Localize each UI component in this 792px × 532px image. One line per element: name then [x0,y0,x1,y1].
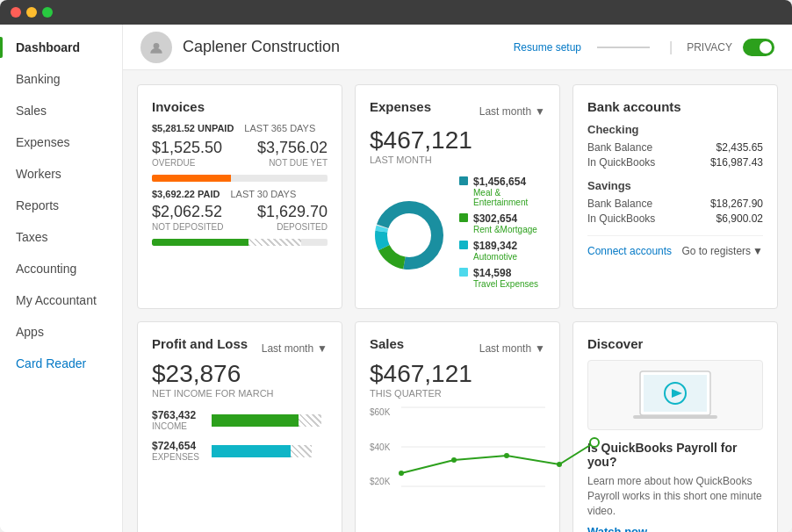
maximize-button[interactable] [42,7,53,18]
svg-point-0 [154,43,160,49]
income-bar-track [212,414,328,427]
legend-dot-rent [459,213,468,222]
sidebar-item-sales[interactable]: Sales [0,95,122,126]
deposited-label: DEPOSITED [257,222,328,232]
go-to-registers-link[interactable]: Go to registers ▼ [681,245,763,257]
savings-bank-balance-amount: $18,267.90 [710,198,763,210]
pnl-title: Profit and Loss [152,336,248,351]
savings-bank-balance-row: Bank Balance $18,267.90 [587,198,763,210]
legend-item-auto: $189,342 Automotive [459,240,545,262]
legend-item-meal: $1,456,654 Meal & Entertainment [459,176,545,207]
bank-footer: Connect accounts Go to registers ▼ [587,235,763,257]
overdue-label: OVERDUE [152,158,222,168]
sidebar-item-reports[interactable]: Reports [0,190,122,221]
invoices-paid-row: $3,692.22 PAID LAST 30 DAYS [152,189,328,199]
legend-dot-travel [459,268,468,277]
bank-accounts-title: Bank accounts [587,99,763,114]
discover-text: Learn more about how QuickBooks Payroll … [587,474,763,518]
expenses-card: Expenses Last month ▼ $467,121 LAST MONT… [355,84,560,309]
sales-header: Sales Last month ▼ [370,336,545,360]
close-button[interactable] [11,7,21,18]
svg-point-9 [399,471,404,476]
deposited-progress-bar [152,239,328,246]
discover-card-title: Is QuickBooks Payroll for you? [587,441,763,469]
connect-accounts-link[interactable]: Connect accounts [587,245,672,257]
chevron-down-icon: ▼ [752,245,763,257]
expenses-donut-section: $1,456,654 Meal & Entertainment $302,654… [370,176,545,294]
company-icon [140,32,172,63]
deposited-bar-fill [152,239,248,246]
checking-qb-label: In QuickBooks [587,156,655,169]
sales-period-selector[interactable]: Last month ▼ [479,342,545,355]
not-deposited-amount: $2,062.52 [152,203,224,221]
expenses-title: Expenses [370,99,431,114]
sidebar-item-taxes[interactable]: Taxes [0,221,122,253]
sidebar: Dashboard Banking Sales Expenses Workers… [0,25,123,532]
svg-rect-18 [633,415,717,419]
checking-bank-balance-amount: $2,435.65 [716,141,763,154]
invoices-title: Invoices [152,99,328,114]
watch-now-link[interactable]: Watch now [587,525,763,532]
checking-section: Checking Bank Balance $2,435.65 In Quick… [587,123,763,169]
privacy-label: PRIVACY [687,41,732,54]
invoices-unpaid-row: $5,281.52 UNPAID LAST 365 DAYS [152,123,328,133]
privacy-toggle[interactable] [743,39,774,56]
sidebar-item-banking[interactable]: Banking [0,63,122,95]
sidebar-item-card-reader[interactable]: Card Reader [0,348,122,379]
profit-loss-card: Profit and Loss Last month ▼ $23,876 NET… [137,321,342,532]
income-bar-hatch [299,414,321,427]
expenses-header: Expenses Last month ▼ [370,99,545,123]
sidebar-item-expenses[interactable]: Expenses [0,126,122,158]
paid-amount: $3,692.22 PAID [152,189,220,199]
checking-qb-amount: $16,987.43 [710,156,763,169]
sales-card: Sales Last month ▼ $467,121 THIS QUARTER… [355,321,560,532]
expenses-bar-row: $724,654 EXPENSES [152,440,328,462]
legend-item-rent: $302,654 Rent &Mortgage [459,212,545,234]
unpaid-amount: $5,281.52 UNPAID [152,123,234,133]
sales-title: Sales [370,336,404,351]
overdue-progress-bar [152,175,328,182]
pnl-header: Profit and Loss Last month ▼ [152,336,328,360]
sidebar-item-apps[interactable]: Apps [0,316,122,348]
pnl-label: NET INCOME FOR MARCH [152,388,328,399]
checking-title: Checking [587,123,763,136]
savings-qb-balance-row: In QuickBooks $6,900.02 [587,212,763,225]
sidebar-item-dashboard[interactable]: Dashboard [0,32,122,63]
checking-qb-balance-row: In QuickBooks $16,987.43 [587,156,763,169]
expenses-amount: $467,121 [370,126,545,155]
savings-qb-label: In QuickBooks [587,212,655,225]
company-name: Caplener Construction [183,38,514,56]
bank-accounts-card: Bank accounts Checking Bank Balance $2,4… [572,84,778,309]
setup-progress-line [597,47,650,48]
title-bar [0,0,792,25]
sales-label: THIS QUARTER [370,388,545,399]
resume-setup-link[interactable]: Resume setup [514,41,581,54]
svg-point-11 [504,453,509,458]
last-days: LAST 365 DAYS [244,123,315,133]
header-divider: | [669,40,673,55]
sidebar-item-my-accountant[interactable]: My Accountant [0,284,122,316]
sales-amount: $467,121 [370,360,545,388]
y-label-20k: $20K [370,477,390,486]
sidebar-item-accounting[interactable]: Accounting [0,253,122,284]
svg-point-13 [590,438,599,447]
expenses-period-selector[interactable]: Last month ▼ [479,105,545,118]
dashboard-grid: Invoices $5,281.52 UNPAID LAST 365 DAYS … [123,70,792,532]
overdue-bar-fill [152,175,231,182]
pnl-bar-chart: $763,432 INCOME [152,409,328,462]
pnl-period-selector[interactable]: Last month ▼ [262,342,328,355]
expenses-bar-fill [212,445,291,457]
savings-title: Savings [587,179,763,192]
legend-dot-meal [459,176,468,185]
income-bar-fill [212,414,299,427]
sidebar-item-workers[interactable]: Workers [0,158,122,190]
savings-qb-amount: $6,900.02 [716,212,763,225]
legend-item-travel: $14,598 Travel Expenses [459,267,545,289]
chevron-down-icon: ▼ [535,105,545,118]
app-header: Caplener Construction Resume setup | PRI… [123,25,792,70]
income-label: INCOME [152,421,205,431]
minimize-button[interactable] [26,7,37,18]
line-chart-svg [401,407,545,486]
invoices-card: Invoices $5,281.52 UNPAID LAST 365 DAYS … [137,84,342,309]
discover-illustration [587,360,763,430]
